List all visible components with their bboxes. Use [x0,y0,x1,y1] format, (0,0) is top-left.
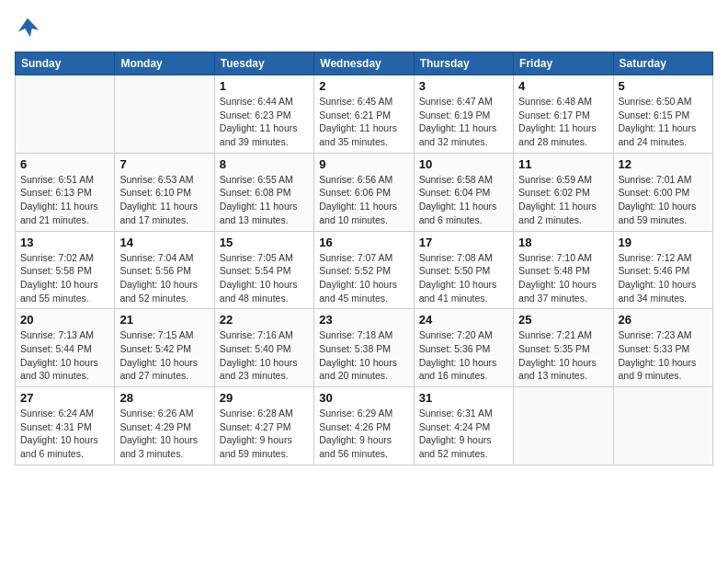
day-info: Sunrise: 6:31 AM Sunset: 4:24 PM Dayligh… [419,407,508,461]
logo [15,15,44,40]
calendar-week-3: 20Sunrise: 7:13 AM Sunset: 5:44 PM Dayli… [16,309,713,387]
calendar-cell: 25Sunrise: 7:21 AM Sunset: 5:35 PM Dayli… [514,309,613,387]
calendar-week-0: 1Sunrise: 6:44 AM Sunset: 6:23 PM Daylig… [16,75,713,154]
calendar-cell: 5Sunrise: 6:50 AM Sunset: 6:15 PM Daylig… [613,75,712,154]
day-info: Sunrise: 6:59 AM Sunset: 6:02 PM Dayligh… [518,173,608,227]
calendar-cell: 1Sunrise: 6:44 AM Sunset: 6:23 PM Daylig… [214,75,313,154]
day-number: 9 [319,157,408,171]
calendar-cell: 4Sunrise: 6:48 AM Sunset: 6:17 PM Daylig… [514,75,613,154]
day-info: Sunrise: 7:16 AM Sunset: 5:40 PM Dayligh… [220,328,309,383]
calendar-cell [613,387,712,465]
day-info: Sunrise: 6:26 AM Sunset: 4:29 PM Dayligh… [119,407,209,461]
calendar-cell [514,387,613,465]
day-number: 2 [319,79,408,93]
calendar-cell: 2Sunrise: 6:45 AM Sunset: 6:21 PM Daylig… [314,75,414,154]
day-number: 1 [220,79,309,93]
day-info: Sunrise: 7:10 AM Sunset: 5:48 PM Dayligh… [518,251,608,305]
day-info: Sunrise: 6:56 AM Sunset: 6:06 PM Dayligh… [319,173,408,227]
calendar-cell: 7Sunrise: 6:53 AM Sunset: 6:10 PM Daylig… [115,153,214,231]
header-friday: Friday [514,52,613,75]
calendar-cell: 15Sunrise: 7:05 AM Sunset: 5:54 PM Dayli… [214,231,313,309]
day-info: Sunrise: 6:24 AM Sunset: 4:31 PM Dayligh… [20,407,109,461]
calendar-table: SundayMondayTuesdayWednesdayThursdayFrid… [15,52,713,465]
day-info: Sunrise: 7:08 AM Sunset: 5:50 PM Dayligh… [419,251,508,305]
logo-icon [15,15,40,40]
calendar-cell: 27Sunrise: 6:24 AM Sunset: 4:31 PM Dayli… [16,387,115,465]
day-info: Sunrise: 6:45 AM Sunset: 6:21 PM Dayligh… [319,95,408,149]
day-info: Sunrise: 6:48 AM Sunset: 6:17 PM Dayligh… [518,95,608,149]
day-number: 13 [20,236,109,249]
day-number: 7 [119,157,209,171]
day-info: Sunrise: 7:13 AM Sunset: 5:44 PM Dayligh… [20,328,109,383]
calendar-cell: 11Sunrise: 6:59 AM Sunset: 6:02 PM Dayli… [514,153,613,231]
day-number: 23 [319,313,408,327]
calendar-cell: 14Sunrise: 7:04 AM Sunset: 5:56 PM Dayli… [115,231,214,309]
calendar-cell: 10Sunrise: 6:58 AM Sunset: 6:04 PM Dayli… [414,153,513,231]
day-info: Sunrise: 6:53 AM Sunset: 6:10 PM Dayligh… [119,173,209,227]
day-info: Sunrise: 7:21 AM Sunset: 5:35 PM Dayligh… [518,328,608,383]
day-number: 26 [619,313,708,327]
calendar-cell: 3Sunrise: 6:47 AM Sunset: 6:19 PM Daylig… [414,75,513,154]
svg-marker-0 [18,18,39,38]
calendar-cell: 28Sunrise: 6:26 AM Sunset: 4:29 PM Dayli… [115,387,214,465]
day-number: 19 [619,236,708,249]
day-number: 30 [319,391,408,405]
day-info: Sunrise: 6:44 AM Sunset: 6:23 PM Dayligh… [220,95,309,149]
day-info: Sunrise: 7:05 AM Sunset: 5:54 PM Dayligh… [220,251,309,305]
calendar-cell: 16Sunrise: 7:07 AM Sunset: 5:52 PM Dayli… [314,231,414,309]
day-number: 27 [20,391,109,405]
calendar-cell: 22Sunrise: 7:16 AM Sunset: 5:40 PM Dayli… [214,309,313,387]
calendar-cell: 12Sunrise: 7:01 AM Sunset: 6:00 PM Dayli… [613,153,712,231]
day-number: 6 [20,157,109,171]
calendar-cell: 23Sunrise: 7:18 AM Sunset: 5:38 PM Dayli… [314,309,414,387]
day-number: 28 [119,391,209,405]
day-number: 17 [419,236,508,249]
day-number: 11 [518,157,608,171]
calendar-cell: 6Sunrise: 6:51 AM Sunset: 6:13 PM Daylig… [16,153,115,231]
day-number: 16 [319,236,408,249]
day-info: Sunrise: 7:04 AM Sunset: 5:56 PM Dayligh… [119,251,209,305]
day-info: Sunrise: 6:50 AM Sunset: 6:15 PM Dayligh… [619,95,708,149]
header-saturday: Saturday [613,52,712,75]
calendar-cell: 18Sunrise: 7:10 AM Sunset: 5:48 PM Dayli… [514,231,613,309]
day-info: Sunrise: 7:18 AM Sunset: 5:38 PM Dayligh… [319,328,408,383]
calendar-week-4: 27Sunrise: 6:24 AM Sunset: 4:31 PM Dayli… [16,387,713,465]
calendar-cell: 26Sunrise: 7:23 AM Sunset: 5:33 PM Dayli… [613,309,712,387]
day-number: 25 [518,313,608,327]
header-thursday: Thursday [414,52,513,75]
day-number: 10 [419,157,508,171]
calendar-cell: 17Sunrise: 7:08 AM Sunset: 5:50 PM Dayli… [414,231,513,309]
day-info: Sunrise: 7:23 AM Sunset: 5:33 PM Dayligh… [619,328,708,383]
calendar-cell: 8Sunrise: 6:55 AM Sunset: 6:08 PM Daylig… [214,153,313,231]
day-info: Sunrise: 6:47 AM Sunset: 6:19 PM Dayligh… [419,95,508,149]
day-number: 8 [220,157,309,171]
day-number: 3 [419,79,508,93]
calendar-week-2: 13Sunrise: 7:02 AM Sunset: 5:58 PM Dayli… [16,231,713,309]
day-number: 20 [20,313,109,327]
day-number: 12 [619,157,708,171]
day-number: 15 [220,236,309,249]
day-number: 22 [220,313,309,327]
calendar-cell [115,75,214,154]
calendar-cell: 24Sunrise: 7:20 AM Sunset: 5:36 PM Dayli… [414,309,513,387]
day-info: Sunrise: 7:02 AM Sunset: 5:58 PM Dayligh… [20,251,109,305]
calendar-cell: 29Sunrise: 6:28 AM Sunset: 4:27 PM Dayli… [214,387,313,465]
day-info: Sunrise: 6:29 AM Sunset: 4:26 PM Dayligh… [319,407,408,461]
header-monday: Monday [115,52,214,75]
page-header [15,15,713,40]
calendar-week-1: 6Sunrise: 6:51 AM Sunset: 6:13 PM Daylig… [16,153,713,231]
calendar-cell [16,75,115,154]
day-info: Sunrise: 6:58 AM Sunset: 6:04 PM Dayligh… [419,173,508,227]
day-number: 4 [518,79,608,93]
header-tuesday: Tuesday [214,52,313,75]
calendar-cell: 13Sunrise: 7:02 AM Sunset: 5:58 PM Dayli… [16,231,115,309]
calendar-cell: 19Sunrise: 7:12 AM Sunset: 5:46 PM Dayli… [613,231,712,309]
day-number: 18 [518,236,608,249]
calendar-cell: 31Sunrise: 6:31 AM Sunset: 4:24 PM Dayli… [414,387,513,465]
day-info: Sunrise: 6:55 AM Sunset: 6:08 PM Dayligh… [220,173,309,227]
calendar-cell: 30Sunrise: 6:29 AM Sunset: 4:26 PM Dayli… [314,387,414,465]
calendar-cell: 20Sunrise: 7:13 AM Sunset: 5:44 PM Dayli… [16,309,115,387]
day-info: Sunrise: 7:20 AM Sunset: 5:36 PM Dayligh… [419,328,508,383]
day-info: Sunrise: 7:15 AM Sunset: 5:42 PM Dayligh… [119,328,209,383]
day-info: Sunrise: 7:07 AM Sunset: 5:52 PM Dayligh… [319,251,408,305]
